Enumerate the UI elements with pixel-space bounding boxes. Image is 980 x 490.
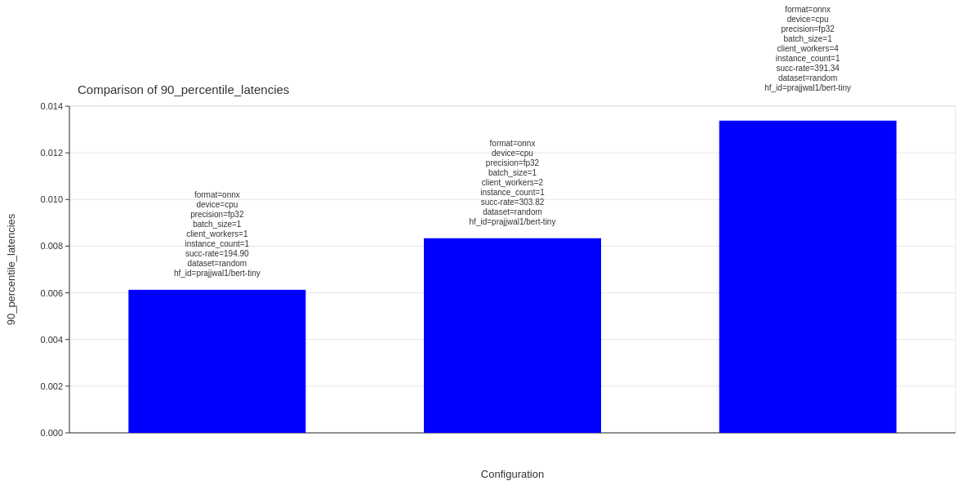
bar-annotation-0-line-7: dataset=random (188, 259, 247, 268)
bar-annotation-2-line-8: hf_id=prajjwal1/bert-tiny (764, 83, 851, 92)
bar-annotation-1-line-4: client_workers=2 (482, 178, 544, 187)
svg-text:0.000: 0.000 (40, 428, 63, 438)
y-axis-label: 90_percentile_latencies (5, 213, 17, 325)
bar-0 (128, 290, 305, 433)
bar-annotation-0-line-1: device=cpu (196, 200, 238, 209)
svg-text:0.004: 0.004 (40, 335, 63, 345)
bar-annotation-2-line-0: format=onnx (785, 5, 831, 14)
bar-annotation-1-line-1: device=cpu (492, 149, 533, 158)
svg-text:0.008: 0.008 (40, 241, 63, 251)
svg-text:0.002: 0.002 (40, 381, 63, 391)
bar-annotation-1-line-0: format=onnx (490, 139, 536, 148)
bar-annotation-1-line-5: instance_count=1 (480, 188, 545, 197)
chart-title: Comparison of 90_percentile_latencies (78, 82, 289, 96)
bar-annotation-1-line-8: hf_id=prajjwal1/bert-tiny (470, 217, 556, 226)
chart-container: 0.0000.0020.0040.0060.0080.0100.0120.014… (0, 0, 980, 490)
bar-annotation-2-line-7: dataset=random (778, 74, 838, 82)
svg-text:0.014: 0.014 (40, 101, 63, 111)
bar-annotation-0-line-3: batch_size=1 (193, 220, 242, 229)
bar-annotation-2-line-2: precision=fp32 (782, 24, 835, 33)
svg-text:0.006: 0.006 (40, 288, 63, 298)
bar-annotation-0-line-5: instance_count=1 (185, 239, 249, 248)
bar-2 (719, 121, 897, 433)
bar-annotation-1-line-3: batch_size=1 (488, 168, 537, 177)
x-axis-label: Configuration (481, 468, 544, 480)
bar-annotation-1-line-7: dataset=random (483, 207, 542, 216)
bar-annotation-0-line-4: client_workers=1 (186, 229, 248, 238)
svg-text:0.012: 0.012 (40, 148, 63, 158)
bar-annotation-0-line-6: succ-rate=194.90 (185, 249, 249, 258)
bar-annotation-2-line-6: succ-rate=391.34 (776, 64, 840, 73)
bar-annotation-1-line-6: succ-rate=303.82 (481, 198, 545, 207)
bar-annotation-1-line-2: precision=fp32 (486, 158, 540, 167)
bar-annotation-0-line-2: precision=fp32 (190, 210, 244, 219)
bar-annotation-2-line-4: client_workers=4 (777, 44, 840, 53)
svg-text:0.010: 0.010 (40, 194, 63, 204)
bar-annotation-2-line-1: device=cpu (787, 15, 829, 24)
bar-1 (424, 238, 601, 433)
bar-annotation-0-line-0: format=onnx (194, 190, 240, 199)
bar-chart: 0.0000.0020.0040.0060.0080.0100.0120.014… (0, 0, 980, 490)
bar-annotation-0-line-8: hf_id=prajjwal1/bert-tiny (174, 269, 261, 278)
bar-annotation-2-line-3: batch_size=1 (784, 34, 833, 43)
bar-annotation-2-line-5: instance_count=1 (776, 54, 840, 63)
